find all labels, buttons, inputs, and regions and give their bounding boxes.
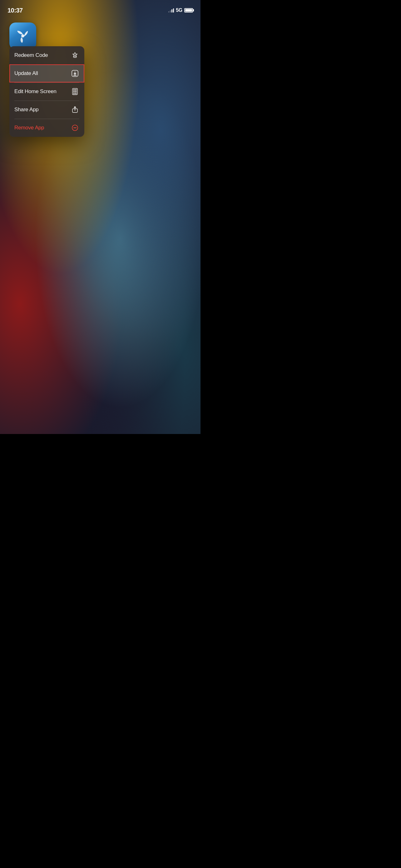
network-label: 5G [176,7,182,13]
svg-rect-3 [72,88,77,95]
menu-item-remove-app[interactable]: Remove App [9,119,84,137]
menu-item-redeem-code[interactable]: Redeem Code A [9,46,84,64]
propeller-icon [13,27,32,45]
menu-item-share-app[interactable]: Share App [9,101,84,119]
svg-rect-7 [75,91,76,92]
edit-home-screen-label: Edit Home Screen [14,88,57,95]
testflight-app-icon[interactable] [9,23,36,50]
signal-bars [168,8,174,12]
share-icon [71,105,79,114]
remove-app-label: Remove App [14,125,44,131]
svg-rect-4 [73,89,75,91]
svg-rect-5 [75,89,76,91]
signal-bar-4 [173,8,174,12]
signal-bar-2 [170,10,171,12]
context-menu: Redeem Code A Update All Edit Home Scree… [9,46,84,137]
svg-rect-8 [73,93,75,94]
battery [184,8,193,12]
status-time: 10:37 [7,7,23,14]
battery-fill [185,9,192,11]
battery-body [184,8,193,12]
svg-point-0 [21,34,24,37]
share-app-label: Share App [14,106,39,113]
svg-rect-6 [73,91,75,92]
appstore-icon: A [71,51,79,60]
homescreen-icon [71,87,79,96]
minus-circle-icon [71,123,79,132]
svg-rect-9 [75,93,76,94]
status-right: 5G [168,7,193,13]
menu-item-edit-home-screen[interactable]: Edit Home Screen [9,83,84,101]
menu-item-update-all[interactable]: Update All [9,64,84,83]
signal-bar-1 [168,11,169,12]
redeem-code-label: Redeem Code [14,52,48,58]
svg-text:A: A [74,54,76,57]
status-bar: 10:37 5G [0,0,201,17]
update-all-label: Update All [14,70,38,76]
signal-bar-3 [171,9,172,12]
download-icon [71,69,79,78]
app-icon-container[interactable] [9,23,36,50]
